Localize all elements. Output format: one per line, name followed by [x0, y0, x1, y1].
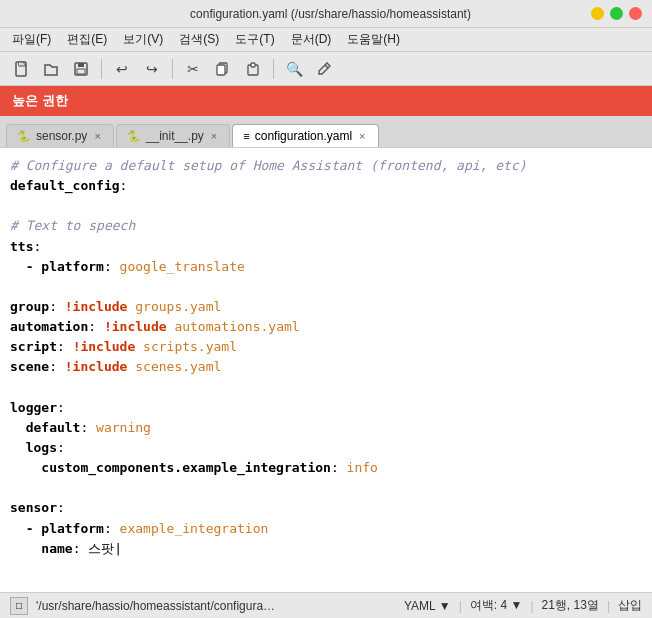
terminal-button[interactable]: □	[10, 597, 28, 615]
alert-text: 높은 권한	[12, 93, 68, 108]
minimize-button[interactable]	[591, 7, 604, 20]
cut-button[interactable]: ✂	[180, 57, 206, 81]
svg-rect-8	[251, 63, 255, 67]
editor[interactable]: # Configure a default setup of Home Assi…	[0, 148, 652, 592]
svg-rect-4	[77, 69, 85, 74]
svg-rect-3	[78, 63, 84, 67]
tab-icon-init: 🐍	[127, 130, 141, 143]
tab-label-init: __init__.py	[146, 129, 204, 143]
edit-button[interactable]	[311, 57, 337, 81]
tab-close-config[interactable]: ×	[357, 130, 367, 142]
tab-label-config: configuration.yaml	[255, 129, 352, 143]
editor-content: # Configure a default setup of Home Assi…	[10, 156, 642, 559]
toolbar: ↩ ↪ ✂ 🔍	[0, 52, 652, 86]
window-controls	[591, 7, 642, 20]
tabs-bar: 🐍 sensor.py × 🐍 __init__.py × ≡ configur…	[0, 116, 652, 148]
status-indent-label: 여백: 4	[470, 598, 507, 612]
alert-bar: 높은 권한	[0, 86, 652, 116]
save-file-button[interactable]	[68, 57, 94, 81]
new-file-button[interactable]	[8, 57, 34, 81]
tab-icon-sensor: 🐍	[17, 130, 31, 143]
close-button[interactable]	[629, 7, 642, 20]
tab-close-sensor[interactable]: ×	[92, 130, 102, 142]
tab-configuration-yaml[interactable]: ≡ configuration.yaml ×	[232, 124, 378, 147]
menu-bar: 파일(F) 편집(E) 보기(V) 검색(S) 도구(T) 문서(D) 도움말(…	[0, 28, 652, 52]
status-language-arrow: ▼	[439, 599, 451, 613]
maximize-button[interactable]	[610, 7, 623, 20]
search-button[interactable]: 🔍	[281, 57, 307, 81]
menu-view[interactable]: 보기(V)	[117, 29, 169, 50]
status-indent: 여백: 4 ▼	[470, 597, 523, 614]
status-sep-1: |	[459, 599, 462, 613]
undo-button[interactable]: ↩	[109, 57, 135, 81]
toolbar-separator-2	[172, 59, 173, 79]
svg-rect-6	[217, 65, 225, 75]
copy-button[interactable]	[210, 57, 236, 81]
title-bar: configuration.yaml (/usr/share/hassio/ho…	[0, 0, 652, 28]
menu-search[interactable]: 검색(S)	[173, 29, 225, 50]
status-language: YAML ▼	[404, 599, 451, 613]
status-indent-arrow: ▼	[510, 598, 522, 612]
menu-tools[interactable]: 도구(T)	[229, 29, 280, 50]
tab-sensor-py[interactable]: 🐍 sensor.py ×	[6, 124, 114, 147]
redo-button[interactable]: ↪	[139, 57, 165, 81]
tab-label-sensor: sensor.py	[36, 129, 87, 143]
tab-init-py[interactable]: 🐍 __init__.py ×	[116, 124, 230, 147]
tab-icon-config: ≡	[243, 130, 249, 142]
menu-help[interactable]: 도움말(H)	[341, 29, 406, 50]
status-sep-2: |	[530, 599, 533, 613]
toolbar-separator-1	[101, 59, 102, 79]
svg-line-9	[325, 65, 328, 68]
menu-edit[interactable]: 편집(E)	[61, 29, 113, 50]
status-language-label: YAML	[404, 599, 436, 613]
window-title: configuration.yaml (/usr/share/hassio/ho…	[70, 7, 591, 21]
menu-file[interactable]: 파일(F)	[6, 29, 57, 50]
paste-button[interactable]	[240, 57, 266, 81]
menu-docs[interactable]: 문서(D)	[285, 29, 338, 50]
status-mode: 삽입	[618, 597, 642, 614]
status-sep-3: |	[607, 599, 610, 613]
status-file-path: '/usr/share/hassio/homeassistant/configu…	[36, 599, 396, 613]
tab-close-init[interactable]: ×	[209, 130, 219, 142]
open-file-button[interactable]	[38, 57, 64, 81]
toolbar-separator-3	[273, 59, 274, 79]
status-position: 21행, 13열	[542, 597, 599, 614]
status-bar: □ '/usr/share/hassio/homeassistant/confi…	[0, 592, 652, 618]
